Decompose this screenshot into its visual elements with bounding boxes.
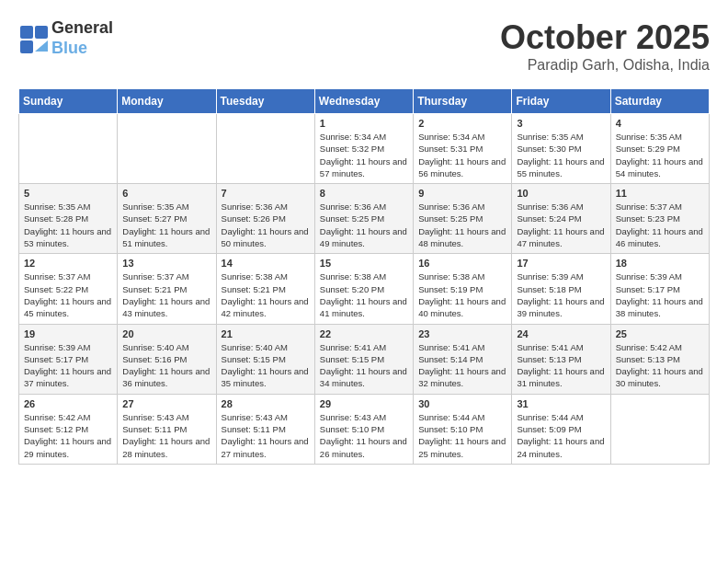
logo-line2: Blue [51, 39, 113, 59]
day-content: Sunrise: 5:35 AM Sunset: 5:27 PM Dayligh… [122, 201, 210, 249]
day-number: 19 [24, 328, 112, 339]
day-content: Sunrise: 5:41 AM Sunset: 5:14 PM Dayligh… [418, 341, 506, 390]
day-content: Sunrise: 5:44 AM Sunset: 5:09 PM Dayligh… [517, 411, 605, 460]
calendar-cell: 5Sunrise: 5:35 AM Sunset: 5:28 PM Daylig… [19, 184, 118, 254]
day-content: Sunrise: 5:35 AM Sunset: 5:30 PM Dayligh… [517, 131, 605, 179]
day-number: 4 [616, 118, 704, 129]
calendar-cell: 9Sunrise: 5:36 AM Sunset: 5:25 PM Daylig… [414, 184, 512, 254]
logo-icon [18, 24, 48, 53]
day-number: 9 [418, 188, 506, 199]
day-content: Sunrise: 5:40 AM Sunset: 5:16 PM Dayligh… [122, 341, 210, 390]
svg-rect-1 [35, 26, 48, 39]
day-number: 18 [616, 258, 704, 269]
logo: General Blue [18, 18, 113, 58]
day-content: Sunrise: 5:38 AM Sunset: 5:21 PM Dayligh… [222, 270, 310, 319]
day-number: 22 [320, 328, 408, 339]
day-content: Sunrise: 5:43 AM Sunset: 5:11 PM Dayligh… [122, 411, 210, 460]
day-number: 13 [122, 258, 210, 269]
calendar-cell: 26Sunrise: 5:42 AM Sunset: 5:12 PM Dayli… [19, 394, 118, 464]
day-content: Sunrise: 5:39 AM Sunset: 5:17 PM Dayligh… [616, 270, 704, 319]
day-content: Sunrise: 5:42 AM Sunset: 5:12 PM Dayligh… [24, 411, 112, 460]
day-number: 5 [24, 188, 112, 199]
week-row-1: 1Sunrise: 5:34 AM Sunset: 5:32 PM Daylig… [19, 114, 710, 184]
day-content: Sunrise: 5:40 AM Sunset: 5:15 PM Dayligh… [222, 341, 310, 390]
header-day-sunday: Sunday [19, 89, 118, 114]
day-content: Sunrise: 5:39 AM Sunset: 5:17 PM Dayligh… [24, 341, 112, 390]
day-number: 15 [320, 258, 408, 269]
calendar-cell [118, 114, 216, 184]
calendar-cell: 27Sunrise: 5:43 AM Sunset: 5:11 PM Dayli… [118, 394, 216, 464]
day-number: 7 [222, 188, 310, 199]
calendar-cell: 31Sunrise: 5:44 AM Sunset: 5:09 PM Dayli… [512, 394, 610, 464]
day-content: Sunrise: 5:36 AM Sunset: 5:26 PM Dayligh… [222, 201, 310, 249]
day-content: Sunrise: 5:37 AM Sunset: 5:23 PM Dayligh… [616, 201, 704, 249]
title-block: October 2025 Paradip Garh, Odisha, India [500, 18, 710, 74]
calendar-cell: 24Sunrise: 5:41 AM Sunset: 5:13 PM Dayli… [512, 324, 610, 394]
week-row-5: 26Sunrise: 5:42 AM Sunset: 5:12 PM Dayli… [19, 394, 710, 464]
logo-text: General Blue [51, 18, 113, 58]
svg-rect-2 [20, 40, 33, 53]
calendar-cell: 25Sunrise: 5:42 AM Sunset: 5:13 PM Dayli… [610, 324, 709, 394]
day-number: 14 [222, 258, 310, 269]
day-number: 8 [320, 188, 408, 199]
day-content: Sunrise: 5:34 AM Sunset: 5:31 PM Dayligh… [418, 131, 506, 179]
calendar-cell: 13Sunrise: 5:37 AM Sunset: 5:21 PM Dayli… [118, 254, 216, 324]
header-day-saturday: Saturday [610, 89, 709, 114]
month-title: October 2025 [500, 18, 710, 57]
calendar-cell: 22Sunrise: 5:41 AM Sunset: 5:15 PM Dayli… [314, 324, 413, 394]
day-number: 11 [616, 188, 704, 199]
calendar-cell: 28Sunrise: 5:43 AM Sunset: 5:11 PM Dayli… [216, 394, 314, 464]
day-number: 27 [122, 398, 210, 409]
day-content: Sunrise: 5:41 AM Sunset: 5:13 PM Dayligh… [517, 341, 605, 390]
day-number: 28 [222, 398, 310, 409]
week-row-2: 5Sunrise: 5:35 AM Sunset: 5:28 PM Daylig… [19, 184, 710, 254]
day-number: 31 [517, 398, 605, 409]
calendar-cell: 1Sunrise: 5:34 AM Sunset: 5:32 PM Daylig… [314, 114, 413, 184]
day-content: Sunrise: 5:38 AM Sunset: 5:19 PM Dayligh… [418, 270, 506, 319]
day-number: 20 [122, 328, 210, 339]
day-content: Sunrise: 5:35 AM Sunset: 5:29 PM Dayligh… [616, 131, 704, 179]
calendar-cell: 8Sunrise: 5:36 AM Sunset: 5:25 PM Daylig… [314, 184, 413, 254]
day-number: 26 [24, 398, 112, 409]
day-content: Sunrise: 5:43 AM Sunset: 5:11 PM Dayligh… [222, 411, 310, 460]
day-content: Sunrise: 5:42 AM Sunset: 5:13 PM Dayligh… [616, 341, 704, 390]
header-row: SundayMondayTuesdayWednesdayThursdayFrid… [19, 89, 710, 114]
calendar-cell [216, 114, 314, 184]
header-day-thursday: Thursday [414, 89, 512, 114]
calendar-cell: 2Sunrise: 5:34 AM Sunset: 5:31 PM Daylig… [414, 114, 512, 184]
day-number: 17 [517, 258, 605, 269]
calendar-body: 1Sunrise: 5:34 AM Sunset: 5:32 PM Daylig… [19, 114, 710, 465]
calendar-cell: 12Sunrise: 5:37 AM Sunset: 5:22 PM Dayli… [19, 254, 118, 324]
calendar-cell: 14Sunrise: 5:38 AM Sunset: 5:21 PM Dayli… [216, 254, 314, 324]
day-number: 10 [517, 188, 605, 199]
day-content: Sunrise: 5:37 AM Sunset: 5:22 PM Dayligh… [24, 270, 112, 319]
day-number: 23 [418, 328, 506, 339]
calendar-table: SundayMondayTuesdayWednesdayThursdayFrid… [18, 88, 710, 465]
day-number: 25 [616, 328, 704, 339]
calendar-cell: 21Sunrise: 5:40 AM Sunset: 5:15 PM Dayli… [216, 324, 314, 394]
day-number: 30 [418, 398, 506, 409]
calendar-cell [19, 114, 118, 184]
day-number: 3 [517, 118, 605, 129]
page-header: General Blue October 2025 Paradip Garh, … [18, 18, 710, 74]
header-day-monday: Monday [118, 89, 216, 114]
header-day-friday: Friday [512, 89, 610, 114]
day-content: Sunrise: 5:43 AM Sunset: 5:10 PM Dayligh… [320, 411, 408, 460]
day-content: Sunrise: 5:41 AM Sunset: 5:15 PM Dayligh… [320, 341, 408, 390]
day-number: 24 [517, 328, 605, 339]
day-content: Sunrise: 5:38 AM Sunset: 5:20 PM Dayligh… [320, 270, 408, 319]
calendar-cell: 30Sunrise: 5:44 AM Sunset: 5:10 PM Dayli… [414, 394, 512, 464]
calendar-cell: 10Sunrise: 5:36 AM Sunset: 5:24 PM Dayli… [512, 184, 610, 254]
day-number: 12 [24, 258, 112, 269]
day-content: Sunrise: 5:44 AM Sunset: 5:10 PM Dayligh… [418, 411, 506, 460]
week-row-3: 12Sunrise: 5:37 AM Sunset: 5:22 PM Dayli… [19, 254, 710, 324]
svg-marker-3 [35, 40, 48, 52]
day-number: 16 [418, 258, 506, 269]
header-day-wednesday: Wednesday [314, 89, 413, 114]
day-number: 6 [122, 188, 210, 199]
logo-line1: General [51, 18, 113, 39]
svg-rect-0 [20, 26, 33, 39]
day-number: 21 [222, 328, 310, 339]
calendar-cell: 3Sunrise: 5:35 AM Sunset: 5:30 PM Daylig… [512, 114, 610, 184]
day-content: Sunrise: 5:34 AM Sunset: 5:32 PM Dayligh… [320, 131, 408, 179]
